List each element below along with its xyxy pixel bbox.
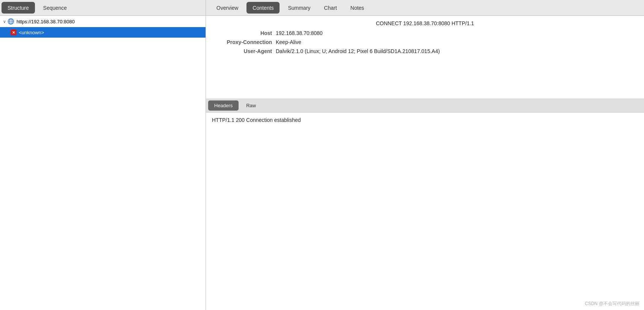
sub-tab-bar: Headers Raw [206, 99, 644, 112]
tab-overview[interactable]: Overview [210, 0, 245, 15]
root-item-label: https://192.168.38.70:8080 [17, 19, 75, 24]
tab-structure[interactable]: Structure [2, 2, 35, 14]
host-value: 192.168.38.70:8080 [276, 30, 323, 36]
error-icon [11, 29, 17, 35]
tree-root-item[interactable]: ∨ https://192.168.38.70:8080 [0, 16, 206, 27]
sub-tab-raw[interactable]: Raw [240, 100, 262, 111]
left-tabs: Structure Sequence [0, 0, 206, 15]
chevron-down-icon: ∨ [3, 19, 6, 24]
tree-child-item[interactable]: <unknown> [0, 27, 206, 38]
tab-sequence[interactable]: Sequence [36, 0, 74, 15]
connect-row: CONNECT 192.168.38.70:8080 HTTP/1.1 [212, 20, 638, 26]
top-tab-bar: Structure Sequence Overview Contents Sum… [0, 0, 644, 16]
tab-notes[interactable]: Notes [344, 0, 371, 15]
host-row: Host 192.168.38.70:8080 [212, 30, 638, 36]
left-panel: ∨ https://192.168.38.70:8080 <unknown> [0, 16, 206, 310]
sub-tab-headers[interactable]: Headers [208, 100, 239, 111]
globe-icon [8, 18, 14, 25]
proxy-connection-row: Proxy-Connection Keep-Alive [212, 39, 638, 45]
proxy-connection-value: Keep-Alive [276, 39, 301, 45]
proxy-connection-key: Proxy-Connection [212, 39, 272, 45]
tab-contents[interactable]: Contents [246, 2, 280, 14]
footer-watermark: CSDN @不会写代码的丝丽 [585, 301, 639, 307]
right-panel: CONNECT 192.168.38.70:8080 HTTP/1.1 Host… [206, 16, 644, 310]
response-body: HTTP/1.1 200 Connection established [206, 112, 644, 310]
request-details: CONNECT 192.168.38.70:8080 HTTP/1.1 Host… [206, 16, 644, 99]
user-agent-row: User-Agent Dalvik/2.1.0 (Linux; U; Andro… [212, 48, 638, 54]
connect-value: CONNECT 192.168.38.70:8080 HTTP/1.1 [376, 20, 474, 26]
host-key: Host [212, 30, 272, 36]
response-line: HTTP/1.1 200 Connection established [212, 117, 638, 123]
tab-summary[interactable]: Summary [281, 0, 317, 15]
right-tabs: Overview Contents Summary Chart Notes [206, 0, 644, 15]
tab-chart[interactable]: Chart [317, 0, 343, 15]
app-container: Structure Sequence Overview Contents Sum… [0, 0, 644, 310]
user-agent-key: User-Agent [212, 48, 272, 54]
main-content: ∨ https://192.168.38.70:8080 <unknown> [0, 16, 644, 310]
user-agent-value: Dalvik/2.1.0 (Linux; U; Android 12; Pixe… [276, 48, 440, 54]
child-item-label: <unknown> [19, 30, 44, 35]
